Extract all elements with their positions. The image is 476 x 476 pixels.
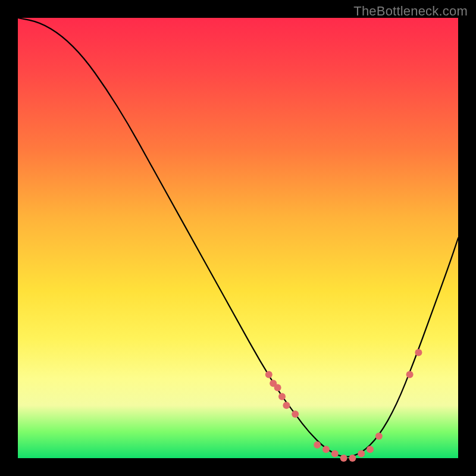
chart-marker	[406, 371, 414, 378]
chart-svg	[18, 18, 458, 458]
chart-marker	[415, 349, 422, 356]
chart-frame: TheBottleneck.com	[0, 0, 476, 476]
chart-marker	[265, 371, 273, 378]
chart-marker	[349, 455, 356, 462]
chart-marker	[340, 455, 347, 462]
chart-marker	[278, 393, 286, 400]
chart-marker	[358, 450, 365, 458]
chart-marker	[274, 384, 281, 392]
chart-marker	[314, 441, 321, 449]
chart-marker	[375, 433, 383, 440]
bottleneck-curve-path	[18, 18, 458, 457]
attribution-label: TheBottleneck.com	[353, 4, 468, 19]
chart-marker	[292, 411, 299, 418]
chart-marker	[322, 446, 330, 453]
chart-markers-group	[265, 349, 422, 462]
chart-marker	[367, 446, 374, 453]
chart-marker	[331, 450, 339, 458]
chart-marker	[283, 402, 290, 409]
